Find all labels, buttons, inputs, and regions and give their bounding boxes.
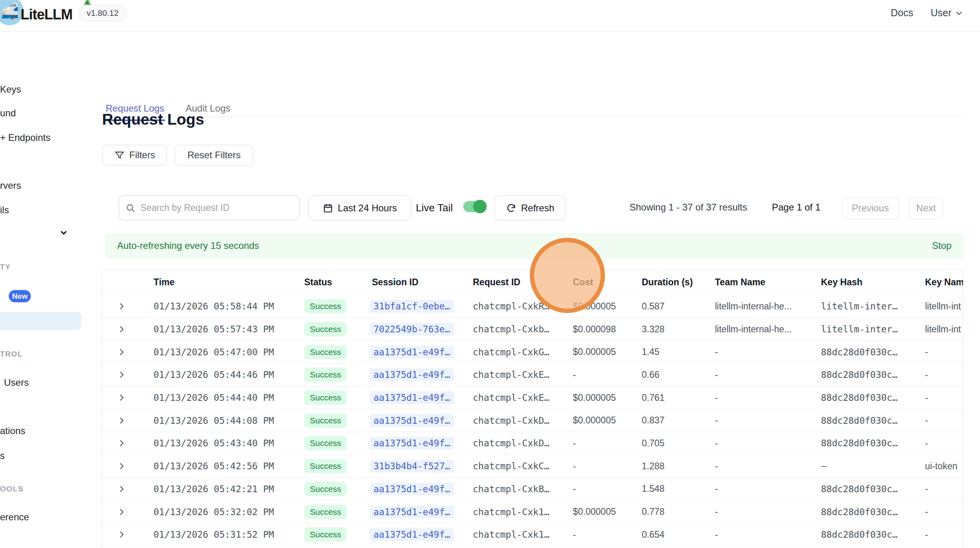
previous-page-button[interactable]: Previous <box>842 197 899 219</box>
cell-key-hash: 88dc28d0f030c… <box>817 415 921 426</box>
table-row[interactable]: 01/13/2026 05:44:08 PM Success aa1375d1-… <box>102 409 963 432</box>
table-row[interactable]: 01/13/2026 05:42:56 PM Success 31b3b4b4-… <box>102 455 963 478</box>
cell-cost: $0.000005 <box>569 347 638 357</box>
cell-status: Success <box>300 413 368 428</box>
cell-status: Success <box>300 368 368 382</box>
row-expand-button[interactable] <box>102 301 140 311</box>
sidebar-item-organizations[interactable]: ations <box>0 425 25 436</box>
live-tail-toggle[interactable] <box>463 201 485 212</box>
brand-title: LiteLLM <box>21 6 72 23</box>
sidebar-item-endpoints[interactable]: + Endpoints <box>0 132 50 143</box>
table-row[interactable]: 01/13/2026 05:57:43 PM Success 7022549b-… <box>102 318 963 341</box>
cell-request-id: chatcmpl-CxkG… <box>469 347 569 357</box>
search-input[interactable] <box>140 203 293 213</box>
row-expand-button[interactable] <box>102 393 140 402</box>
refresh-button[interactable]: Refresh <box>495 195 566 220</box>
sidebar-section-access-control: TROL <box>0 350 23 358</box>
session-id-link[interactable]: aa1375d1-e49f… <box>370 391 454 404</box>
row-expand-button[interactable] <box>102 484 140 494</box>
table-row[interactable]: 01/13/2026 05:58:44 PM Success 31bfa1cf-… <box>102 295 963 318</box>
cell-duration: 1.288 <box>638 461 711 472</box>
session-id-link[interactable]: 7022549b-763e… <box>370 323 454 336</box>
search-request-id <box>119 195 300 220</box>
row-expand-button[interactable] <box>102 438 140 448</box>
cell-team-name: - <box>711 347 817 357</box>
sidebar-item-logs-selected[interactable] <box>0 312 81 330</box>
session-id-link[interactable]: aa1375d1-e49f… <box>370 368 454 381</box>
cell-session: 31b3b4b4-f527… <box>368 460 469 472</box>
user-menu[interactable]: User <box>931 7 963 19</box>
cell-key-name: - <box>921 438 963 449</box>
cell-cost: - <box>569 461 638 472</box>
session-id-link[interactable]: aa1375d1-e49f… <box>370 414 454 427</box>
filters-button[interactable]: Filters <box>102 145 167 165</box>
cell-key-hash: 88dc28d0f030c… <box>817 370 921 380</box>
col-header-request: Request ID <box>469 277 569 288</box>
status-badge: Success <box>304 368 347 382</box>
session-id-link[interactable]: 31b3b4b4-f527… <box>370 460 454 472</box>
table-row[interactable]: 01/13/2026 05:31:52 PM Success aa1375d1-… <box>102 523 963 546</box>
sidebar-item-api-reference[interactable]: erence <box>0 512 29 523</box>
col-header-duration: Duration (s) <box>638 277 711 288</box>
session-id-link[interactable]: aa1375d1-e49f… <box>370 528 454 541</box>
main-content: Request Logs Audit Logs Request Logs Fil… <box>81 32 980 548</box>
table-row[interactable]: 01/13/2026 05:44:40 PM Success aa1375d1-… <box>102 386 963 409</box>
session-id-link[interactable]: aa1375d1-e49f… <box>370 506 454 518</box>
reset-filters-button[interactable]: Reset Filters <box>175 145 253 165</box>
cell-request-id: chatcmpl-CxkD… <box>469 415 569 426</box>
chevron-right-icon <box>117 507 126 517</box>
cell-time: 01/13/2026 05:47:00 PM <box>140 347 300 357</box>
cell-key-name: - <box>921 347 963 357</box>
sidebar-item-servers[interactable]: rvers <box>0 180 21 191</box>
sidebar-item-users[interactable]: Users <box>4 377 29 388</box>
cell-session: aa1375d1-e49f… <box>368 414 469 427</box>
status-badge: Success <box>304 482 347 496</box>
toggle-knob <box>473 200 487 213</box>
row-expand-button[interactable] <box>102 324 140 334</box>
table-row[interactable]: 01/13/2026 05:47:00 PM Success aa1375d1-… <box>102 340 963 363</box>
cell-key-name: - <box>921 370 963 380</box>
row-expand-button[interactable] <box>102 461 140 471</box>
live-tail-label: Live Tail <box>416 202 453 214</box>
row-expand-button[interactable] <box>102 347 140 357</box>
cell-session: aa1375d1-e49f… <box>368 346 469 358</box>
session-id-link[interactable]: aa1375d1-e49f… <box>370 437 454 449</box>
cell-key-name: litellm-int <box>921 301 963 312</box>
row-expand-button[interactable] <box>102 507 140 517</box>
cell-team-name: litellm-internal-he... <box>711 324 817 335</box>
sidebar-item-teams[interactable]: s <box>0 450 5 461</box>
cell-session: aa1375d1-e49f… <box>368 506 469 518</box>
docs-link[interactable]: Docs <box>891 7 913 19</box>
col-header-session: Session ID <box>368 277 469 288</box>
row-expand-button[interactable] <box>102 416 140 425</box>
sidebar-item-playground[interactable]: und <box>0 108 16 119</box>
cell-time: 01/13/2026 05:44:40 PM <box>140 393 300 403</box>
session-id-link[interactable]: aa1375d1-e49f… <box>370 483 454 495</box>
sidebar-item-guardrails[interactable]: ils <box>0 205 9 216</box>
version-badge: v1.80.12 <box>78 5 127 21</box>
sidebar-item-keys[interactable]: Keys <box>0 84 21 95</box>
sidebar-expand-chevron-icon[interactable] <box>59 228 69 238</box>
row-expand-button[interactable] <box>102 530 140 539</box>
cell-session: aa1375d1-e49f… <box>368 368 469 381</box>
cell-duration: 0.837 <box>638 415 711 426</box>
row-expand-button[interactable] <box>102 370 140 379</box>
session-id-link[interactable]: aa1375d1-e49f… <box>370 346 454 358</box>
table-row[interactable]: 01/13/2026 05:44:46 PM Success aa1375d1-… <box>102 363 963 386</box>
auto-refresh-message: Auto-refreshing every 15 seconds <box>117 240 259 251</box>
search-icon <box>125 203 136 213</box>
cell-status: Success <box>300 505 368 519</box>
table-row[interactable]: 01/13/2026 05:43:40 PM Success aa1375d1-… <box>102 432 963 455</box>
table-row[interactable]: 01/13/2026 05:32:02 PM Success aa1375d1-… <box>102 500 963 523</box>
cell-key-name: - <box>921 415 963 426</box>
next-page-button[interactable]: Next <box>909 197 943 219</box>
cell-duration: 1.45 <box>638 347 711 357</box>
time-range-button[interactable]: Last 24 Hours <box>308 195 411 220</box>
cell-time: 01/13/2026 05:44:08 PM <box>140 415 300 426</box>
col-header-keyname: Key Name <box>921 277 963 288</box>
table-row[interactable]: 01/13/2026 05:42:21 PM Success aa1375d1-… <box>102 478 963 501</box>
session-id-link[interactable]: 31bfa1cf-0ebe… <box>370 300 454 313</box>
table-row[interactable]: 01/13/2026 05:31:51 PM Success aa1375d1-… <box>102 546 963 548</box>
stop-auto-refresh-link[interactable]: Stop <box>932 240 952 251</box>
status-badge: Success <box>304 505 347 519</box>
